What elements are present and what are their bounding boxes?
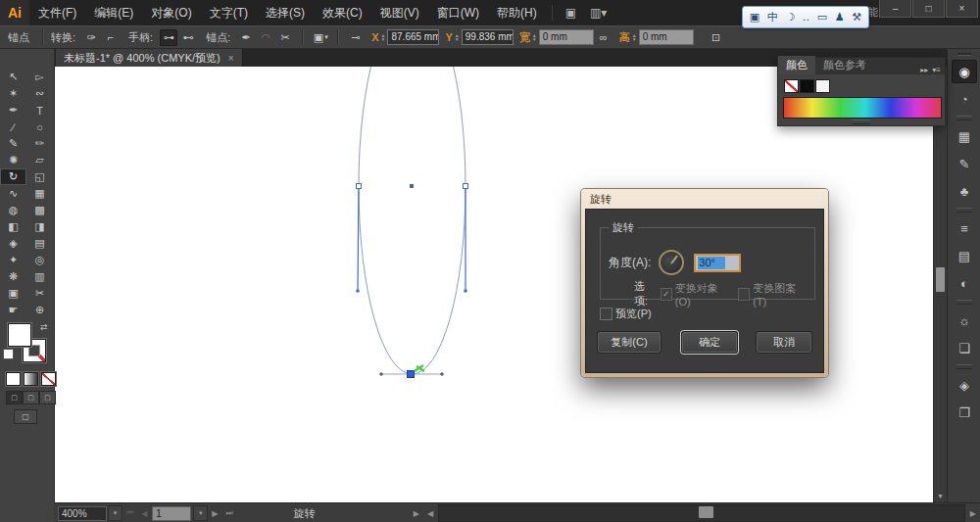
mesh-tool-button[interactable]: ◈ (0, 235, 26, 252)
perspective-grid-tool-button[interactable]: ▩ (26, 202, 53, 218)
selection-tool-button[interactable]: ↖ (0, 69, 26, 85)
menu-item-file[interactable]: 文件(F) (29, 0, 85, 25)
menu-item-edit[interactable]: 编辑(E) (85, 0, 142, 25)
ime-moon-icon[interactable]: ☽ (785, 12, 795, 23)
ok-button[interactable]: 确定 (681, 331, 738, 354)
copy-button[interactable]: 复制(C) (597, 331, 662, 354)
panel-color-guide-icon[interactable]: ◔ (952, 87, 977, 111)
tab-color-guide[interactable]: 颜色参考 (815, 56, 874, 74)
arrange-documents-icon[interactable]: ▥▾ (583, 6, 613, 20)
type-tool-button[interactable]: T (26, 102, 53, 119)
right-handle-endpoint[interactable] (464, 289, 467, 293)
width-tool-button[interactable]: ∿ (0, 185, 26, 202)
rotate-tool-button[interactable]: ↻ (0, 168, 26, 185)
shape-builder-tool-button[interactable]: ◍ (0, 202, 26, 218)
connect-path-icon[interactable]: ◠ (257, 29, 274, 46)
height-stepper[interactable]: ▲▼ (632, 33, 637, 41)
panel-layers-icon[interactable]: ◈ (952, 373, 977, 397)
swap-fill-stroke-icon[interactable]: ⇄ (40, 322, 48, 332)
ime-chinese-mode-icon[interactable]: 中 (767, 12, 778, 23)
symbol-sprayer-tool-button[interactable]: ❋ (0, 268, 26, 285)
x-field[interactable]: 87.665 mm (387, 29, 439, 45)
link-dimensions-icon[interactable]: ∞ (595, 29, 612, 46)
color-mode-fill[interactable] (6, 372, 21, 386)
ime-user-icon[interactable]: ♟ (835, 12, 845, 23)
bottom-left-handle-endpoint[interactable] (379, 372, 383, 376)
cut-path-icon[interactable]: ✂ (276, 29, 294, 46)
minimize-button[interactable]: – (879, 0, 911, 18)
convert-smooth-icon[interactable]: ✑ (82, 29, 100, 46)
right-anchor-point[interactable] (464, 184, 468, 189)
document-tab[interactable]: 未标题-1* @ 400% (CMYK/预览) × (56, 49, 243, 67)
blend-tool-button[interactable]: ◎ (26, 252, 53, 268)
ime-wrench-icon[interactable]: ⚒ (852, 12, 861, 23)
hand-tool-button[interactable]: ☛ (0, 302, 26, 318)
live-paint-selection-tool-button[interactable]: ◨ (26, 218, 53, 235)
menu-item-help[interactable]: 帮助(H) (488, 0, 546, 25)
ime-keyboard-icon[interactable]: ▭ (817, 12, 827, 23)
status-bar-menu-icon[interactable]: ▶ (410, 509, 423, 518)
panel-color-icon[interactable]: ◉ (952, 60, 977, 83)
y-field[interactable]: 99.836 mm (462, 29, 514, 45)
convert-corner-icon[interactable]: ⌐ (102, 29, 120, 46)
transform-panel-icon[interactable]: ⊡ (708, 29, 725, 46)
height-field[interactable]: 0 mm (639, 29, 694, 45)
tab-color[interactable]: 颜色 (778, 56, 815, 74)
width-stepper[interactable]: ▲▼ (532, 33, 537, 41)
expand-panels-icon[interactable]: ▸▸ (920, 66, 928, 74)
color-mode-gradient[interactable] (24, 372, 38, 386)
paintbrush-tool-button[interactable]: ✎ (0, 135, 26, 152)
screen-mode-button[interactable]: ▢ (14, 409, 37, 424)
hide-handles-icon[interactable]: ⊷ (179, 29, 197, 46)
line-segment-tool-button[interactable]: ∕ (0, 119, 26, 135)
eraser-tool-button[interactable]: ▱ (26, 152, 53, 168)
slice-tool-button[interactable]: ✂ (26, 285, 53, 302)
menu-item-select[interactable]: 选择(S) (257, 0, 314, 25)
scroll-down-icon[interactable]: ▼ (934, 490, 947, 502)
panel-appearance-icon[interactable]: ☼ (952, 308, 977, 332)
horizontal-scrollbar[interactable] (438, 504, 965, 522)
live-paint-bucket-tool-button[interactable]: ◧ (0, 218, 26, 235)
show-handles-icon[interactable]: ⊶ (160, 29, 177, 46)
isolate-mode-icon[interactable]: ▣▾ (312, 29, 329, 46)
preview-checkbox[interactable] (600, 308, 612, 320)
fill-swatch[interactable] (8, 323, 31, 347)
panel-symbols-icon[interactable]: ♣ (952, 179, 977, 203)
menu-item-view[interactable]: 视图(V) (371, 0, 428, 25)
dock-group-grip[interactable] (956, 364, 972, 369)
scroll-right-icon[interactable]: ▶ (966, 509, 980, 518)
vertical-scrollbar[interactable]: ▼ (933, 124, 947, 502)
black-swatch[interactable] (800, 79, 814, 93)
dock-group-grip[interactable] (956, 116, 972, 120)
zoom-level-field[interactable]: 400% (58, 506, 107, 521)
direct-selection-tool-button[interactable]: ▻ (26, 69, 53, 85)
vertical-scrollbar-thumb[interactable] (936, 267, 945, 292)
artboard-tool-button[interactable]: ▣ (0, 285, 26, 302)
scale-tool-button[interactable]: ◱ (26, 168, 53, 185)
panel-graphic-styles-icon[interactable]: ❏ (952, 336, 977, 359)
eyedropper-tool-button[interactable]: ✦ (0, 252, 26, 268)
menu-item-effect[interactable]: 效果(C) (314, 0, 371, 25)
last-artboard-icon[interactable]: ⏭ (222, 508, 237, 518)
magic-wand-tool-button[interactable]: ✶ (0, 85, 26, 102)
cancel-button[interactable]: 取消 (756, 331, 812, 354)
ime-logo-icon[interactable]: ▣ (750, 12, 760, 23)
previous-artboard-icon[interactable]: ◀ (137, 509, 151, 518)
align-point-icon[interactable]: ⊸ (347, 29, 365, 46)
left-anchor-point[interactable] (357, 184, 362, 189)
menu-item-type[interactable]: 文字(T) (201, 0, 257, 25)
blob-brush-tool-button[interactable]: ✺ (0, 152, 26, 168)
dock-grip[interactable] (957, 53, 971, 56)
ime-toolbar[interactable]: ▣中☽‥▭♟⚒ (742, 6, 869, 28)
bottom-right-handle-endpoint[interactable] (440, 372, 444, 376)
bridge-icon[interactable]: ▣ (559, 6, 583, 20)
add-anchor-icon[interactable]: ✒ (237, 29, 255, 46)
ellipse-path[interactable] (359, 67, 466, 374)
ime-punctuation-icon[interactable]: ‥ (803, 12, 809, 23)
free-transform-tool-button[interactable]: ▦ (26, 185, 53, 202)
white-swatch[interactable] (815, 79, 830, 93)
left-direction-handle[interactable] (358, 186, 359, 291)
default-fill-stroke-icon[interactable] (3, 349, 14, 359)
close-tab-icon[interactable]: × (228, 53, 234, 64)
transform-patterns-checkbox[interactable] (738, 288, 750, 301)
